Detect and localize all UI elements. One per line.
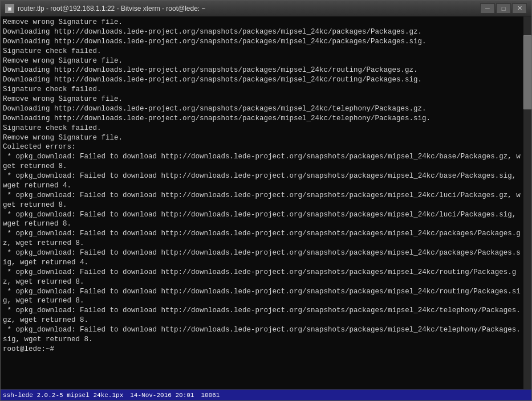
terminal-window: ▣ router.tlp - root@192.168.1.1:22 - Bit… [0,0,532,401]
terminal-output[interactable]: Remove wrong Signature file. Downloading… [1,17,523,389]
minimize-button[interactable]: ─ [480,3,495,14]
terminal-container: Remove wrong Signature file. Downloading… [1,17,531,389]
close-button[interactable]: ✕ [512,3,527,14]
terminal-text: Remove wrong Signature file. Downloading… [3,18,521,354]
port: 10061 [201,392,220,399]
datetime: 14-Nov-2016 20:01 [130,392,194,399]
statusbar: ssh-lede 2.0.2-5 mipsel 24kc.1px 14-Nov-… [1,389,531,400]
ssh-info: ssh-lede 2.0.2-5 mipsel 24kc.1px [3,392,123,399]
scrollbar-track[interactable] [523,17,531,389]
window-controls: ─ □ ✕ [480,3,527,14]
window-icon: ▣ [5,4,14,13]
maximize-button[interactable]: □ [496,3,511,14]
titlebar: ▣ router.tlp - root@192.168.1.1:22 - Bit… [1,1,531,17]
window-title: router.tlp - root@192.168.1.1:22 - Bitvi… [18,5,480,13]
scrollbar-thumb[interactable] [523,35,531,110]
